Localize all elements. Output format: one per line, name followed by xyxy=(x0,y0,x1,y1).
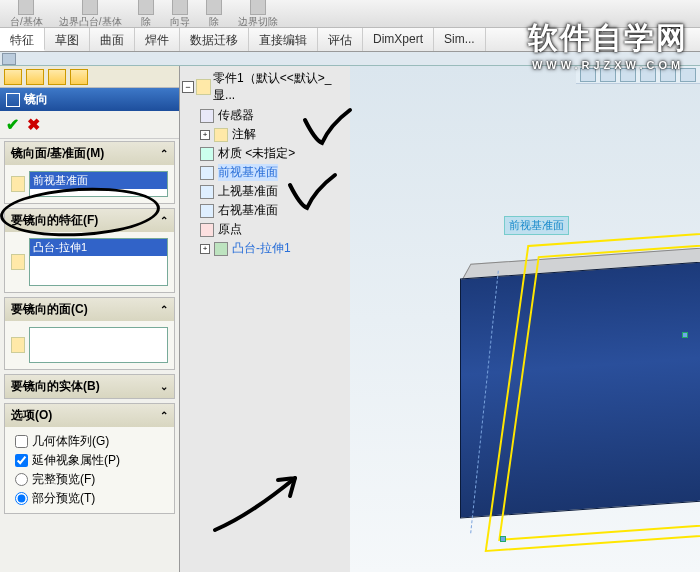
pm-tab-configmanager[interactable] xyxy=(48,69,66,85)
cmd-hole-wizard[interactable]: 向导 xyxy=(164,0,196,29)
cmd-cut-2[interactable]: 除 xyxy=(200,0,228,29)
propagate-checkbox[interactable] xyxy=(15,454,28,467)
tree-node-origin[interactable]: 原点 xyxy=(200,220,348,239)
selected-plane-callout: 前视基准面 xyxy=(504,216,569,235)
cmd-boss-base[interactable]: 台/基体 xyxy=(4,0,49,29)
sensor-icon xyxy=(200,109,214,123)
mirror-icon xyxy=(6,93,20,107)
plane-handle[interactable] xyxy=(500,536,506,542)
section-bodies: 要镜向的实体(B) ⌄ xyxy=(4,374,175,399)
section-faces-header[interactable]: 要镜向的面(C) ⌃ xyxy=(5,298,174,321)
material-icon xyxy=(200,147,214,161)
extrude-icon xyxy=(214,242,228,256)
annotation-icon xyxy=(214,128,228,142)
watermark-url: WWW.RJZXW.COM xyxy=(528,59,688,71)
expand-icon[interactable]: − xyxy=(182,81,194,93)
plane-icon xyxy=(200,204,214,218)
feature-tree-flyout: − 零件1（默认<<默认>_显... 传感器 +注解 材质 <未指定> 前视基准… xyxy=(180,66,350,572)
watermark-text: 软件自学网 xyxy=(528,21,688,54)
chevron-icon: ⌄ xyxy=(160,381,168,392)
plane-icon xyxy=(200,185,214,199)
faces-list[interactable] xyxy=(29,327,168,363)
chevron-icon: ⌃ xyxy=(160,215,168,226)
graphics-viewport[interactable]: 前视基准面 xyxy=(350,66,700,572)
pm-title-bar: 镜向 xyxy=(0,88,179,111)
chevron-icon: ⌃ xyxy=(160,148,168,159)
cmd-boundary-boss[interactable]: 边界凸台/基体 xyxy=(53,0,128,29)
property-manager: 镜向 ✔ ✖ 镜向面/基准面(M) ⌃ 前视基准面 xyxy=(0,66,180,572)
section-options-header[interactable]: 选项(O) ⌃ xyxy=(5,404,174,427)
main-area: 镜向 ✔ ✖ 镜向面/基准面(M) ⌃ 前视基准面 xyxy=(0,66,700,572)
plane-handle[interactable] xyxy=(682,332,688,338)
tab-sketch[interactable]: 草图 xyxy=(45,28,90,51)
option-geom-pattern[interactable]: 几何体阵列(G) xyxy=(11,433,168,450)
cmd-boundary-cut[interactable]: 边界切除 xyxy=(232,0,284,29)
pm-confirm-row: ✔ ✖ xyxy=(0,111,179,139)
cmd-cut-1[interactable]: 除 xyxy=(132,0,160,29)
option-full-preview[interactable]: 完整预览(F) xyxy=(11,471,168,488)
ok-button[interactable]: ✔ xyxy=(6,115,19,134)
cancel-button[interactable]: ✖ xyxy=(27,115,40,134)
section-faces: 要镜向的面(C) ⌃ xyxy=(4,297,175,370)
plane-select-icon xyxy=(11,176,25,192)
plane-icon xyxy=(200,166,214,180)
pm-tab-strip xyxy=(0,66,179,88)
tab-dimxpert[interactable]: DimXpert xyxy=(363,28,434,51)
pm-tab-propertymanager[interactable] xyxy=(26,69,44,85)
chevron-icon: ⌃ xyxy=(160,410,168,421)
full-preview-radio[interactable] xyxy=(15,473,28,486)
tree-root-label: 零件1（默认<<默认>_显... xyxy=(213,70,348,104)
tab-features[interactable]: 特征 xyxy=(0,28,45,51)
part-icon xyxy=(196,79,211,95)
chevron-icon: ⌃ xyxy=(160,304,168,315)
pm-tab-featuremanager[interactable] xyxy=(4,69,22,85)
tree-node-material[interactable]: 材质 <未指定> xyxy=(200,144,348,163)
tree-node-right-plane[interactable]: 右视基准面 xyxy=(200,201,348,220)
tree-node-top-plane[interactable]: 上视基准面 xyxy=(200,182,348,201)
tab-surfaces[interactable]: 曲面 xyxy=(90,28,135,51)
tree-node-feature1[interactable]: +凸台-拉伸1 xyxy=(200,239,348,258)
tree-node-annotations[interactable]: +注解 xyxy=(200,125,348,144)
tab-evaluate[interactable]: 评估 xyxy=(318,28,363,51)
mirror-plane-selected[interactable]: 前视基准面 xyxy=(30,172,167,189)
pm-tab-dimxpert[interactable] xyxy=(70,69,88,85)
origin-icon xyxy=(200,223,214,237)
section-options: 选项(O) ⌃ 几何体阵列(G) 延伸视象属性(P) 完整预览(F) xyxy=(4,403,175,514)
tree-root[interactable]: − 零件1（默认<<默认>_显... xyxy=(182,70,348,104)
option-partial-preview[interactable]: 部分预览(T) xyxy=(11,490,168,507)
tree-node-sensors[interactable]: 传感器 xyxy=(200,106,348,125)
expand-icon[interactable]: + xyxy=(200,130,210,140)
tree-node-front-plane[interactable]: 前视基准面 xyxy=(200,163,348,182)
tab-data-migration[interactable]: 数据迁移 xyxy=(180,28,249,51)
partial-preview-radio[interactable] xyxy=(15,492,28,505)
pm-title-text: 镜向 xyxy=(24,91,48,108)
tab-weldments[interactable]: 焊件 xyxy=(135,28,180,51)
features-list[interactable]: 凸台-拉伸1 xyxy=(29,238,168,286)
expand-icon[interactable]: + xyxy=(200,244,210,254)
option-propagate[interactable]: 延伸视象属性(P) xyxy=(11,452,168,469)
geom-pattern-checkbox[interactable] xyxy=(15,435,28,448)
toolbar-button-1[interactable] xyxy=(2,53,16,65)
features-selected[interactable]: 凸台-拉伸1 xyxy=(30,239,167,256)
face-select-icon xyxy=(11,337,25,353)
feature-select-icon xyxy=(11,254,25,270)
section-mirror-plane-header[interactable]: 镜向面/基准面(M) ⌃ xyxy=(5,142,174,165)
section-bodies-header[interactable]: 要镜向的实体(B) ⌄ xyxy=(5,375,174,398)
tab-simulation[interactable]: Sim... xyxy=(434,28,486,51)
tab-direct-editing[interactable]: 直接编辑 xyxy=(249,28,318,51)
watermark: 软件自学网 WWW.RJZXW.COM xyxy=(528,18,688,71)
